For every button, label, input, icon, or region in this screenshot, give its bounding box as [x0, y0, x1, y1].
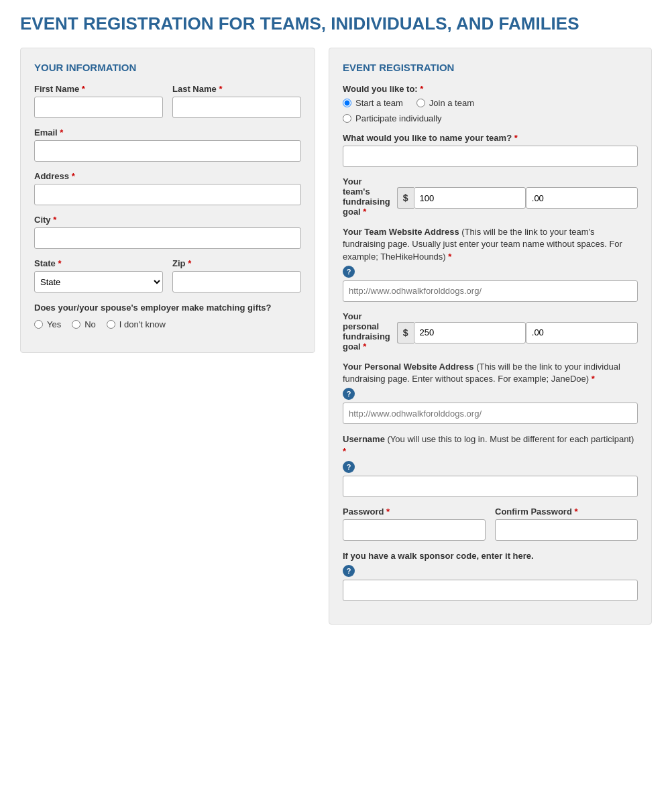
password-group: Password * — [343, 507, 486, 541]
team-money-row: $ — [397, 187, 638, 209]
page-title: EVENT REGISTRATION FOR TEAMS, INIDIVIDUA… — [20, 13, 652, 34]
matching-yes-radio[interactable] — [34, 320, 43, 329]
personal-website-input[interactable] — [343, 403, 638, 424]
state-label: State * — [34, 258, 163, 268]
city-input[interactable] — [34, 227, 301, 249]
team-fundraising-amount-input[interactable] — [414, 187, 526, 209]
last-name-input[interactable] — [172, 97, 301, 118]
your-information-panel: YOUR INFORMATION First Name * Last Name … — [20, 48, 315, 353]
matching-yes-item[interactable]: Yes — [34, 319, 61, 329]
personal-fundraising-cents-input[interactable] — [526, 322, 638, 343]
email-input[interactable] — [34, 140, 301, 162]
matching-gifts-group: Does your/your spouse's employer make ma… — [34, 302, 301, 329]
username-group: Username (You will use this to log in. M… — [343, 433, 638, 496]
team-fundraising-group: Your team's fundraising goal * $ — [343, 176, 638, 217]
event-registration-title: EVENT REGISTRATION — [343, 62, 638, 73]
participation-label: Would you like to: * — [343, 84, 638, 94]
event-registration-panel: EVENT REGISTRATION Would you like to: * … — [329, 48, 652, 625]
team-website-input[interactable] — [343, 280, 638, 302]
join-team-item[interactable]: Join a team — [416, 98, 474, 108]
start-team-radio[interactable] — [343, 99, 351, 107]
matching-dontknow-radio[interactable] — [107, 320, 115, 329]
city-label: City * — [34, 215, 301, 225]
city-group: City * — [34, 215, 301, 249]
personal-website-description: Your Personal Website Address (This will… — [343, 361, 638, 385]
individual-item[interactable]: Participate individually — [343, 113, 638, 123]
sponsor-code-description: If you have a walk sponsor code, enter i… — [343, 550, 638, 562]
state-zip-row: State * State ALAKAZAR CACOCTDE FLGAHIID… — [34, 258, 301, 302]
team-fundraising-label: Your team's fundraising goal * — [343, 176, 390, 217]
team-website-help-icon[interactable]: ? — [343, 266, 355, 278]
personal-fundraising-row: Your personal fundraising goal * $ — [343, 311, 638, 352]
last-name-group: Last Name * — [172, 84, 301, 118]
participation-group: Would you like to: * Start a team Join a… — [343, 84, 638, 123]
username-description: Username (You will use this to log in. M… — [343, 433, 638, 458]
address-group: Address * — [34, 171, 301, 205]
individual-radio[interactable] — [343, 114, 351, 123]
name-row: First Name * Last Name * — [34, 84, 301, 127]
sponsor-code-help-icon[interactable]: ? — [343, 565, 355, 577]
address-label: Address * — [34, 171, 301, 181]
participation-radio-group: Start a team Join a team Participate ind… — [343, 98, 638, 123]
state-group: State * State ALAKAZAR CACOCTDE FLGAHIID… — [34, 258, 163, 293]
password-label: Password * — [343, 507, 486, 517]
zip-label: Zip * — [172, 258, 301, 268]
matching-gifts-question: Does your/your spouse's employer make ma… — [34, 302, 301, 314]
sponsor-code-group: If you have a walk sponsor code, enter i… — [343, 550, 638, 601]
personal-fundraising-amount-input[interactable] — [414, 322, 526, 343]
confirm-password-group: Confirm Password * — [495, 507, 638, 541]
team-currency-symbol: $ — [397, 187, 414, 209]
confirm-password-input[interactable] — [495, 519, 638, 541]
state-select[interactable]: State ALAKAZAR CACOCTDE FLGAHIID ILINIAK… — [34, 271, 163, 293]
personal-fundraising-label: Your personal fundraising goal * — [343, 311, 390, 352]
matching-radio-row: Yes No I don't know — [34, 319, 301, 329]
your-information-title: YOUR INFORMATION — [34, 62, 301, 73]
zip-input[interactable] — [172, 271, 301, 293]
last-name-label: Last Name * — [172, 84, 301, 94]
email-group: Email * — [34, 127, 301, 162]
team-fundraising-row: Your team's fundraising goal * $ — [343, 176, 638, 217]
personal-money-row: $ — [397, 322, 638, 343]
email-label: Email * — [34, 127, 301, 138]
username-input[interactable] — [343, 476, 638, 497]
personal-website-help-icon[interactable]: ? — [343, 388, 355, 400]
matching-dontknow-item[interactable]: I don't know — [107, 319, 166, 329]
confirm-password-label: Confirm Password * — [495, 507, 638, 517]
join-team-radio[interactable] — [416, 99, 425, 107]
team-fundraising-cents-input[interactable] — [526, 187, 638, 209]
zip-group: Zip * — [172, 258, 301, 293]
matching-no-item[interactable]: No — [72, 319, 96, 329]
first-name-input[interactable] — [34, 97, 163, 118]
address-input[interactable] — [34, 184, 301, 205]
personal-currency-symbol: $ — [397, 322, 414, 343]
matching-no-radio[interactable] — [72, 320, 80, 329]
team-name-group: What would you like to name your team? * — [343, 133, 638, 167]
form-layout: YOUR INFORMATION First Name * Last Name … — [20, 48, 652, 625]
personal-fundraising-group: Your personal fundraising goal * $ — [343, 311, 638, 352]
sponsor-code-input[interactable] — [343, 580, 638, 601]
team-name-input[interactable] — [343, 146, 638, 167]
first-name-group: First Name * — [34, 84, 163, 118]
start-team-item[interactable]: Start a team — [343, 98, 403, 108]
team-name-label: What would you like to name your team? * — [343, 133, 638, 143]
username-help-icon[interactable]: ? — [343, 461, 355, 473]
password-input[interactable] — [343, 519, 486, 541]
team-website-description: Your Team Website Address (This will be … — [343, 226, 638, 263]
first-name-label: First Name * — [34, 84, 163, 94]
personal-website-group: Your Personal Website Address (This will… — [343, 361, 638, 424]
password-row: Password * Confirm Password * — [343, 507, 638, 550]
team-website-group: Your Team Website Address (This will be … — [343, 226, 638, 302]
